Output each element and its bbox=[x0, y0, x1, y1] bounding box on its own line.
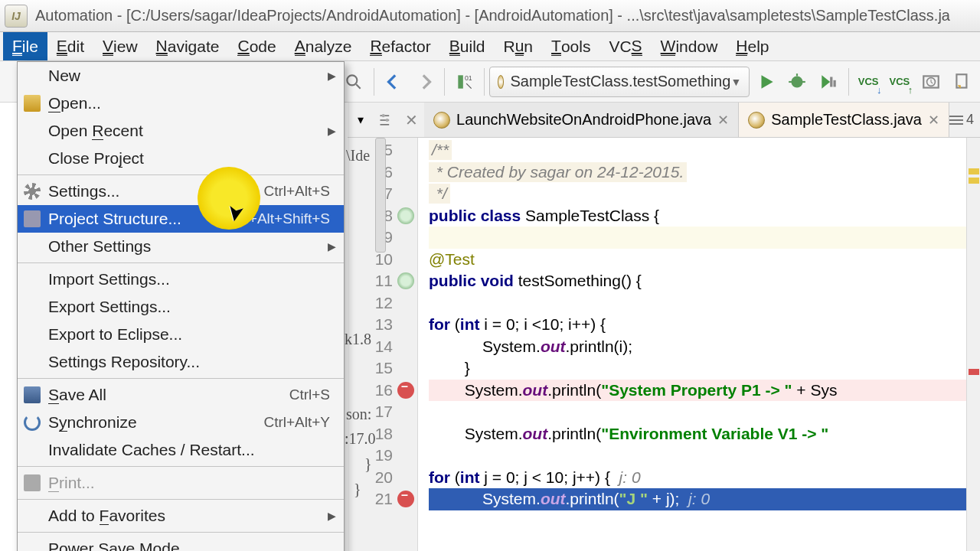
menu-item-label: Import Settings... bbox=[48, 270, 170, 289]
menu-run[interactable]: Run bbox=[495, 32, 543, 60]
code-line[interactable] bbox=[429, 445, 980, 467]
menu-item-label: Power Save Mode bbox=[48, 540, 180, 551]
code-area[interactable]: /** * Created by sagar on 24-12-2015. */… bbox=[418, 138, 980, 551]
close-icon[interactable]: ✕ bbox=[717, 112, 729, 129]
menu-help[interactable]: Help bbox=[727, 32, 778, 60]
menu-item-add-to-favorites[interactable]: Add to Favorites▶ bbox=[18, 502, 344, 530]
code-line[interactable]: public void testSomething() { bbox=[429, 270, 980, 292]
tab-label: SampleTestClass.java bbox=[771, 111, 922, 129]
menu-build[interactable]: Build bbox=[440, 32, 495, 60]
vertical-scrollbar[interactable] bbox=[375, 138, 386, 253]
menu-item-invalidate-caches-restart[interactable]: Invalidate Caches / Restart... bbox=[18, 436, 344, 464]
menu-tools[interactable]: Tools bbox=[542, 32, 599, 60]
menu-file[interactable]: File bbox=[3, 32, 47, 60]
sync-icon bbox=[24, 414, 41, 431]
code-line[interactable] bbox=[429, 227, 980, 249]
menu-vcs[interactable]: VCS bbox=[599, 32, 651, 60]
menu-item-settings-repository[interactable]: Settings Repository... bbox=[18, 348, 344, 376]
menu-item-power-save-mode[interactable]: Power Save Mode bbox=[18, 535, 344, 551]
tab-collapse-icon[interactable]: ▾ bbox=[348, 106, 373, 135]
menu-item-close-project[interactable]: Close Project bbox=[18, 145, 344, 172]
print-icon bbox=[24, 474, 41, 491]
menu-edit[interactable]: Edit bbox=[47, 32, 93, 60]
close-icon[interactable]: ✕ bbox=[928, 112, 939, 129]
java-file-icon bbox=[748, 112, 765, 129]
editor-tab[interactable]: LaunchWebsiteOnAndroidPhone.java✕ bbox=[424, 103, 739, 137]
code-line[interactable]: System.out.println("J " + j); j: 0 bbox=[429, 488, 980, 510]
code-line[interactable] bbox=[429, 401, 980, 423]
menu-navigate[interactable]: Navigate bbox=[147, 32, 229, 60]
svg-rect-15 bbox=[381, 124, 390, 126]
code-editor[interactable]: 56789101112131415161718192021 /** * Crea… bbox=[348, 138, 980, 551]
submenu-arrow-icon: ▶ bbox=[328, 240, 336, 253]
menu-item-save-all[interactable]: Save AllCtrl+S bbox=[18, 381, 344, 409]
gear-icon bbox=[24, 183, 41, 200]
menu-item-label: Other Settings bbox=[48, 237, 151, 256]
menu-analyze[interactable]: Analyze bbox=[286, 32, 361, 60]
menu-item-project-structure[interactable]: Project Structure...Ctrl+Alt+Shift+S bbox=[18, 205, 344, 233]
code-line[interactable]: System.out.println(i); bbox=[429, 336, 980, 358]
line-number: 16 bbox=[348, 380, 417, 402]
window-title: Automation - [C:/Users/sagar/IdeaProject… bbox=[35, 7, 950, 24]
shortcut-label: Ctrl+Alt+S bbox=[263, 183, 330, 200]
menu-item-label: Export Settings... bbox=[48, 298, 171, 316]
error-stripe[interactable] bbox=[966, 138, 980, 551]
vcs-commit-icon[interactable]: VCS↑ bbox=[885, 67, 915, 97]
run-coverage-icon[interactable] bbox=[814, 67, 844, 97]
shortcut-label: Ctrl+S bbox=[289, 386, 330, 403]
bg-fragment: } bbox=[364, 455, 372, 473]
lines-icon[interactable] bbox=[949, 119, 963, 121]
menu-item-open-recent[interactable]: Open Recent▶ bbox=[18, 117, 344, 145]
run-icon[interactable] bbox=[751, 67, 781, 97]
menu-code[interactable]: Code bbox=[228, 32, 285, 60]
menu-item-label: Settings... bbox=[48, 182, 119, 201]
menu-item-export-to-eclipse[interactable]: Export to Eclipse... bbox=[18, 321, 344, 348]
svg-rect-2 bbox=[458, 75, 463, 88]
menu-item-label: Close Project bbox=[48, 149, 144, 168]
shortcut-label: Ctrl+Alt+Y bbox=[263, 414, 330, 431]
menu-item-other-settings[interactable]: Other Settings▶ bbox=[18, 233, 344, 260]
menu-item-label: Print... bbox=[48, 474, 95, 492]
menu-item-new[interactable]: New▶ bbox=[18, 62, 344, 90]
svg-rect-9 bbox=[834, 80, 836, 86]
app-icon: IJ bbox=[5, 5, 28, 28]
menu-item-export-settings[interactable]: Export Settings... bbox=[18, 293, 344, 321]
menu-view[interactable]: View bbox=[93, 32, 147, 60]
back-icon[interactable] bbox=[379, 67, 409, 97]
file-menu-dropdown: New▶Open...Open Recent▶Close ProjectSett… bbox=[17, 61, 345, 551]
code-line[interactable]: /** bbox=[429, 139, 980, 161]
forward-icon[interactable] bbox=[410, 67, 439, 97]
close-icon[interactable]: ✕ bbox=[399, 106, 424, 135]
menu-item-settings[interactable]: Settings...Ctrl+Alt+S bbox=[18, 178, 344, 205]
svg-point-16 bbox=[382, 114, 385, 117]
code-line[interactable]: public class SampleTestClass { bbox=[429, 205, 980, 227]
code-line[interactable]: * Created by sagar on 24-12-2015. bbox=[429, 161, 980, 184]
menu-item-label: Save All bbox=[48, 386, 106, 404]
menu-item-synchronize[interactable]: SynchronizeCtrl+Alt+Y bbox=[18, 409, 344, 436]
code-line[interactable]: } bbox=[429, 357, 980, 380]
menu-window[interactable]: Window bbox=[652, 32, 727, 60]
tab-settings-icon[interactable] bbox=[373, 106, 398, 135]
code-line[interactable]: System.out.println("Environment Variable… bbox=[429, 423, 980, 445]
code-line[interactable]: for (int j = 0; j < 10; j++) { j: 0 bbox=[429, 467, 980, 489]
error-icon bbox=[397, 382, 414, 399]
code-line[interactable]: @Test bbox=[429, 249, 980, 271]
revert-icon[interactable] bbox=[947, 67, 977, 97]
code-line[interactable]: for (int i = 0; i <10; i++) { bbox=[429, 314, 980, 336]
history-icon[interactable] bbox=[916, 67, 946, 97]
vcs-update-icon[interactable]: VCS↓ bbox=[854, 67, 884, 97]
menu-item-open[interactable]: Open... bbox=[18, 90, 344, 117]
run-config-selector[interactable]: SampleTestClass.testSomething ▼ bbox=[489, 67, 750, 97]
code-line[interactable]: */ bbox=[429, 183, 980, 205]
editor-tab[interactable]: SampleTestClass.java✕ bbox=[739, 103, 949, 137]
folder-icon bbox=[24, 95, 41, 112]
code-line[interactable]: System.out.println("System Property P1 -… bbox=[429, 380, 980, 402]
menu-refactor[interactable]: Refactor bbox=[361, 32, 439, 60]
menu-item-label: Synchronize bbox=[48, 413, 137, 432]
java-file-icon bbox=[433, 112, 450, 129]
code-line[interactable] bbox=[429, 292, 980, 315]
menu-item-import-settings[interactable]: Import Settings... bbox=[18, 266, 344, 293]
menu-item-label: Open Recent bbox=[48, 122, 143, 140]
debug-icon[interactable] bbox=[782, 67, 812, 97]
coverage-icon[interactable]: 01 bbox=[449, 67, 479, 97]
